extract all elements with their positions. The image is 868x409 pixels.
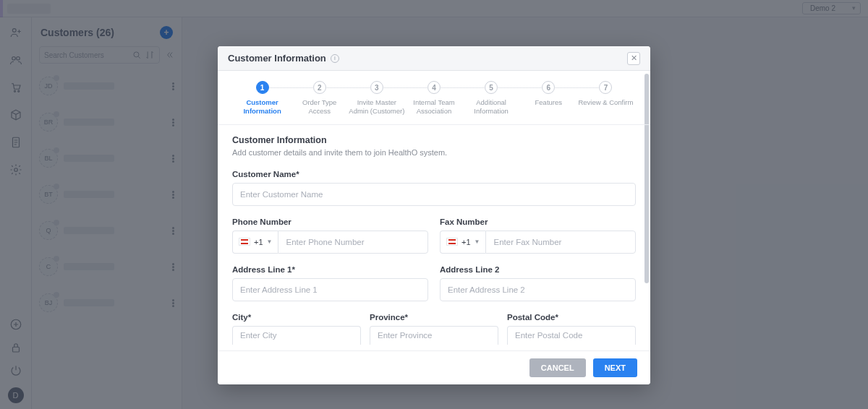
modal-body: 1Customer Information 2Order Type Access… [218,71,650,350]
label-customer-name: Customer Name* [232,170,636,178]
section-title: Customer Information [232,135,636,145]
customer-name-input[interactable] [232,183,636,206]
modal-overlay: Customer Information i ✕ 1Customer Infor… [0,0,868,409]
step-review[interactable]: 7Review & Confirm [577,81,634,107]
customer-info-modal: Customer Information i ✕ 1Customer Infor… [218,46,650,384]
cancel-button[interactable]: CANCEL [529,358,586,377]
city-input[interactable] [232,326,361,345]
modal-header: Customer Information i ✕ [218,46,650,71]
postal-input[interactable] [507,326,636,345]
label-phone: Phone Number [232,218,428,226]
phone-input[interactable] [278,231,428,254]
province-input[interactable] [370,326,498,345]
chevron-down-icon: ▼ [267,238,273,245]
step-invite-admin[interactable]: 3Invite Master Admin (Customer) [348,81,405,116]
canada-flag-icon [239,238,250,246]
step-internal-team[interactable]: 4Internal Team Association [405,81,462,116]
chevron-down-icon: ▼ [475,238,480,245]
step-customer-info[interactable]: 1Customer Information [234,81,291,116]
address2-input[interactable] [440,278,636,301]
step-features[interactable]: 6Features [520,81,577,107]
customer-form: Customer Name* Phone Number +1 ▼ [218,170,650,350]
label-postal: Postal Code* [507,313,636,322]
address1-input[interactable] [232,278,428,301]
label-province: Province* [370,313,498,322]
label-city: City* [232,313,361,322]
modal-footer: CANCEL NEXT [218,350,650,384]
country-code: +1 [254,238,263,246]
canada-flag-icon [446,238,458,246]
label-addr2: Address Line 2 [440,265,636,274]
phone-country-select[interactable]: +1 ▼ [232,231,278,254]
modal-title: Customer Information [228,53,326,64]
label-addr1: Address Line 1* [232,265,428,274]
step-additional-info[interactable]: 5Additional Information [463,81,520,116]
country-code: +1 [461,238,471,246]
next-button[interactable]: NEXT [593,358,637,377]
label-fax: Fax Number [440,218,636,226]
fax-input[interactable] [485,231,636,254]
section-desc: Add customer details and invite them to … [232,148,636,157]
fax-country-select[interactable]: +1 ▼ [440,231,485,254]
stepper: 1Customer Information 2Order Type Access… [218,71,650,125]
close-button[interactable]: ✕ [627,52,640,65]
step-order-type[interactable]: 2Order Type Access [291,81,348,116]
app-root: Demo 2 D Customers (26) + Sear [0,0,868,409]
section-header: Customer Information Add customer detail… [218,125,650,158]
info-icon[interactable]: i [331,54,339,63]
